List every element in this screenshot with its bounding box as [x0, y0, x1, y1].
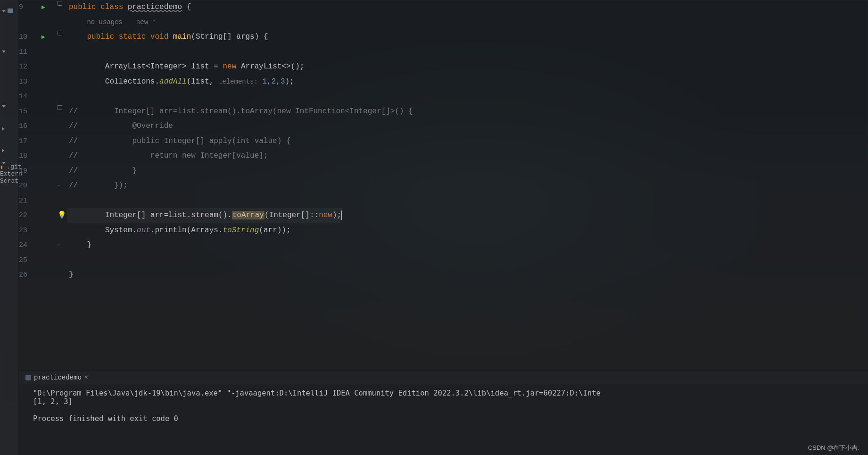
run-console[interactable]: "D:\Program Files\Java\jdk-19\bin\java.e…	[19, 384, 868, 455]
fold-icon[interactable]	[58, 105, 62, 110]
tree-item[interactable]	[0, 123, 18, 135]
fold-icon[interactable]	[58, 31, 62, 35]
chevron-right-icon	[2, 149, 4, 152]
tree-item[interactable]	[0, 45, 18, 58]
tree-item[interactable]	[0, 100, 18, 112]
gutter-fold: ⌐ 💡 ⌐	[58, 0, 67, 370]
code-editor[interactable]: 9 10 11 12 13 14 15 16 17 18 19 20 21 22…	[19, 0, 868, 370]
fold-end-icon[interactable]: ⌐	[58, 238, 60, 253]
project-tree-sidebar[interactable]: ▮ .git Extern Scrat	[0, 0, 19, 455]
run-gutter-icon[interactable]: ▶	[41, 0, 45, 15]
text-caret	[341, 211, 342, 220]
chevron-down-icon	[2, 10, 6, 12]
lightbulb-icon[interactable]: 💡	[58, 208, 66, 223]
tree-item[interactable]	[0, 5, 18, 17]
close-icon[interactable]: ×	[84, 374, 88, 381]
gutter-run-icons: ▶ ▶	[41, 0, 58, 370]
csdn-watermark: CSDN @在下小吉.	[808, 444, 860, 452]
fold-end-icon[interactable]: ⌐	[58, 178, 60, 194]
run-gutter-icon[interactable]: ▶	[41, 30, 45, 45]
chevron-down-icon	[2, 105, 6, 108]
git-icon: ▮	[0, 164, 3, 170]
run-tool-tab-bar[interactable]: practicedemo ×	[19, 370, 868, 384]
run-config-icon	[25, 375, 31, 380]
folder-icon	[8, 8, 13, 13]
console-line: Process finished with exit code 0	[33, 414, 178, 423]
fold-icon[interactable]	[58, 1, 62, 6]
chevron-down-icon	[2, 51, 6, 53]
chevron-right-icon	[2, 127, 4, 131]
gutter-line-numbers: 9 10 11 12 13 14 15 16 17 18 19 20 21 22…	[19, 0, 41, 370]
run-config-tab[interactable]: practicedemo ×	[23, 373, 91, 382]
code-body[interactable]: public class practicedemo { no usages ne…	[67, 0, 868, 370]
run-config-label: practicedemo	[34, 374, 82, 381]
console-line: "D:\Program Files\Java\jdk-19\bin\java.e…	[33, 389, 601, 397]
tree-item[interactable]	[0, 144, 18, 157]
console-line: [1, 2, 3]	[33, 397, 73, 406]
